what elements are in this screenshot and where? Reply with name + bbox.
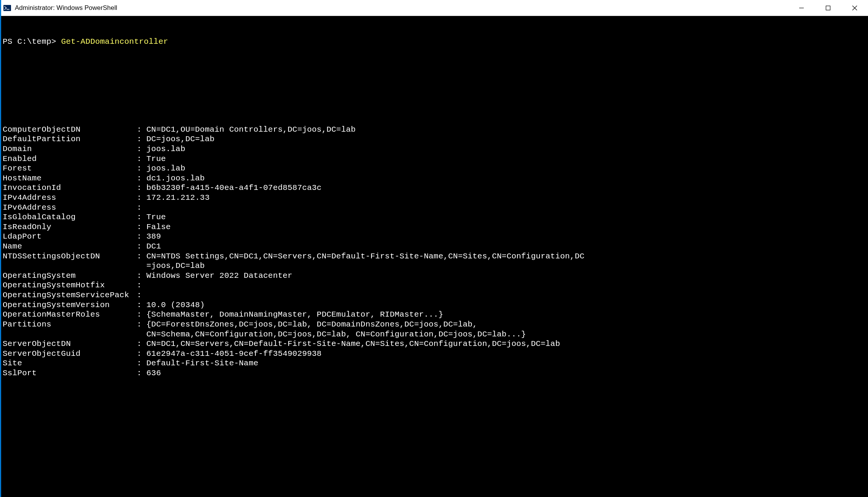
output-separator: : <box>137 232 146 242</box>
output-separator: : <box>137 290 146 300</box>
output-key: IPv4Address <box>3 193 137 203</box>
output-separator: : <box>137 125 146 135</box>
output-value: DC1 <box>146 242 868 252</box>
output-value: b6b3230f-a415-40ea-a4f1-07ed8587ca3c <box>146 183 868 193</box>
output-row: SslPort: 636 <box>3 368 868 378</box>
output-row: LdapPort: 389 <box>3 232 868 242</box>
prompt-line: PS C:\temp> Get-ADDomaincontroller <box>3 37 868 47</box>
output-separator: : <box>137 358 146 368</box>
output-value <box>146 203 868 213</box>
output-key: Enabled <box>3 154 137 164</box>
blank-line <box>3 96 868 105</box>
output-key: IsGlobalCatalog <box>3 212 137 222</box>
output-separator: : <box>137 300 146 310</box>
output-key: IPv6Address <box>3 203 137 213</box>
output-row: ComputerObjectDN: CN=DC1,OU=Domain Contr… <box>3 125 868 135</box>
minimize-icon <box>799 5 804 11</box>
output-value: 636 <box>146 368 868 378</box>
output-key: ServerObjectDN <box>3 339 137 349</box>
command-text: Get-ADDomaincontroller <box>61 37 168 47</box>
output-row: OperatingSystemServicePack: <box>3 290 868 300</box>
output-value: True <box>146 154 868 164</box>
terminal-area[interactable]: PS C:\temp> Get-ADDomaincontroller Compu… <box>1 16 868 497</box>
output-key: Site <box>3 358 137 368</box>
svg-rect-0 <box>3 5 11 11</box>
output-key: Name <box>3 242 137 252</box>
output-value: joos.lab <box>146 164 868 174</box>
output-key: InvocationId <box>3 183 137 193</box>
close-button[interactable] <box>841 0 868 16</box>
output-row: Site: Default-First-Site-Name <box>3 358 868 368</box>
output-row: ServerObjectGuid: 61e2947a-c311-4051-9ce… <box>3 349 868 359</box>
output-key: Partitions <box>3 320 137 330</box>
output-row: IsReadOnly: False <box>3 222 868 232</box>
output-value: dc1.joos.lab <box>146 174 868 183</box>
titlebar: Administrator: Windows PowerShell <box>1 0 868 16</box>
output-continuation: =joos,DC=lab <box>3 261 868 271</box>
output-value <box>146 290 868 300</box>
output-key: OperatingSystemHotfix <box>3 280 137 290</box>
svg-rect-3 <box>826 6 830 10</box>
output-key: OperatingSystemServicePack <box>3 290 137 300</box>
output-row: IPv6Address: <box>3 203 868 213</box>
output-separator: : <box>137 144 146 154</box>
output-separator: : <box>137 320 146 330</box>
output-row: OperatingSystemHotfix: <box>3 280 868 290</box>
output-separator: : <box>137 368 146 378</box>
output-value: DC=joos,DC=lab <box>146 134 868 144</box>
output-separator: : <box>137 154 146 164</box>
output-separator: : <box>137 280 146 290</box>
output-key: HostName <box>3 174 137 183</box>
output-separator: : <box>137 134 146 144</box>
output-separator: : <box>137 310 146 320</box>
output-continuation: CN=Schema,CN=Configuration,DC=joos,DC=la… <box>3 330 868 339</box>
output-value: 10.0 (20348) <box>146 300 868 310</box>
powershell-icon <box>3 4 11 12</box>
output-value: Windows Server 2022 Datacenter <box>146 271 868 281</box>
output-separator: : <box>137 212 146 222</box>
output-value: CN=DC1,CN=Servers,CN=Default-First-Site-… <box>146 339 868 349</box>
output-value: {DC=ForestDnsZones,DC=joos,DC=lab, DC=Do… <box>146 320 868 330</box>
output-value: True <box>146 212 868 222</box>
output-row: OperatingSystem: Windows Server 2022 Dat… <box>3 271 868 281</box>
output-row: IPv4Address: 172.21.212.33 <box>3 193 868 203</box>
output-separator: : <box>137 193 146 203</box>
output-value: 61e2947a-c311-4051-9cef-ff3549029938 <box>146 349 868 359</box>
window-controls <box>788 0 868 16</box>
output-separator: : <box>137 252 146 261</box>
output-separator: : <box>137 271 146 281</box>
output-key: OperatingSystem <box>3 271 137 281</box>
output-row: Domain: joos.lab <box>3 144 868 154</box>
output-separator: : <box>137 203 146 213</box>
output-row: NTDSSettingsObjectDN: CN=NTDS Settings,C… <box>3 252 868 261</box>
powershell-window: Administrator: Windows PowerShell PS C: <box>0 0 868 497</box>
output-key: OperationMasterRoles <box>3 310 137 320</box>
output-row: OperatingSystemVersion: 10.0 (20348) <box>3 300 868 310</box>
output-key: DefaultPartition <box>3 134 137 144</box>
output-value: 172.21.212.33 <box>146 193 868 203</box>
blank-line <box>3 66 868 76</box>
command-output: ComputerObjectDN: CN=DC1,OU=Domain Contr… <box>3 125 868 378</box>
output-separator: : <box>137 164 146 174</box>
output-key: ComputerObjectDN <box>3 125 137 135</box>
output-row: HostName: dc1.joos.lab <box>3 174 868 183</box>
maximize-button[interactable] <box>815 0 841 16</box>
output-key: SslPort <box>3 368 137 378</box>
output-key: Domain <box>3 144 137 154</box>
output-value: CN=NTDS Settings,CN=DC1,CN=Servers,CN=De… <box>146 252 868 261</box>
output-row: OperationMasterRoles: {SchemaMaster, Dom… <box>3 310 868 320</box>
minimize-button[interactable] <box>788 0 815 16</box>
prompt-text: PS C:\temp> <box>3 37 61 47</box>
output-separator: : <box>137 349 146 359</box>
output-value: CN=DC1,OU=Domain Controllers,DC=joos,DC=… <box>146 125 868 135</box>
output-key: IsReadOnly <box>3 222 137 232</box>
output-value: {SchemaMaster, DomainNamingMaster, PDCEm… <box>146 310 868 320</box>
output-key: Forest <box>3 164 137 174</box>
output-value: 389 <box>146 232 868 242</box>
output-value: joos.lab <box>146 144 868 154</box>
window-title: Administrator: Windows PowerShell <box>15 4 788 12</box>
output-key: LdapPort <box>3 232 137 242</box>
output-row: InvocationId: b6b3230f-a415-40ea-a4f1-07… <box>3 183 868 193</box>
output-row: Partitions: {DC=ForestDnsZones,DC=joos,D… <box>3 320 868 330</box>
close-icon <box>852 5 857 11</box>
